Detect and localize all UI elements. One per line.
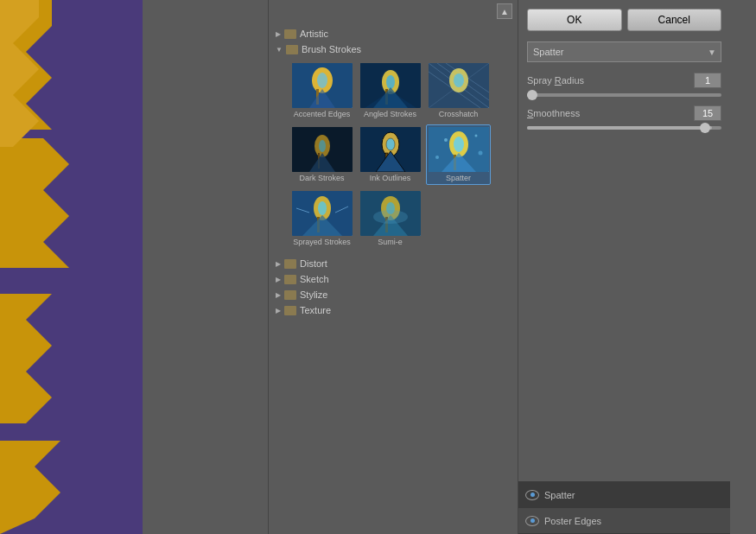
thumb-sprayed-img — [292, 191, 353, 236]
layer-poster-label: Poster Edges — [544, 516, 601, 526]
thumb-label-sprayed: Sprayed Strokes — [293, 238, 351, 246]
smoothness-track[interactable] — [527, 126, 721, 130]
category-artistic[interactable]: ▶ Artistic — [269, 26, 518, 41]
svg-point-37 — [478, 151, 482, 156]
spray-radius-thumb[interactable] — [527, 90, 537, 100]
eye-icon-spatter[interactable] — [525, 490, 539, 500]
thumb-dark-img — [292, 127, 353, 172]
spray-radius-track[interactable] — [527, 93, 721, 97]
folder-icon-brush — [286, 45, 298, 54]
thumb-sumie-img — [360, 191, 421, 236]
arrow-icon: ▶ — [276, 30, 281, 38]
spray-radius-label: Spray Radius — [527, 75, 690, 86]
canvas-preview-area — [0, 0, 268, 534]
brush-strokes-label: Brush Strokes — [302, 44, 361, 54]
thumb-ink-img — [360, 127, 421, 172]
arrow-texture-icon: ▶ — [276, 307, 281, 315]
layers-panel: Spatter Poster Edges — [518, 481, 730, 534]
stylize-label: Stylize — [300, 289, 327, 300]
category-texture[interactable]: ▶ Texture — [269, 302, 518, 318]
ok-button[interactable]: OK — [527, 9, 622, 31]
filter-dark-strokes[interactable]: Dark Strokes — [289, 124, 354, 185]
svg-point-41 — [318, 201, 327, 215]
thumb-label-sumie: Sumi-e — [378, 238, 403, 246]
eye-icon-poster[interactable] — [525, 516, 539, 526]
thumb-label-dark: Dark Strokes — [299, 174, 344, 182]
effect-dropdown[interactable]: Spatter Accented Edges Angled Strokes Cr… — [527, 41, 721, 62]
svg-marker-6 — [0, 0, 39, 147]
layer-spatter-label: Spatter — [544, 490, 575, 500]
folder-icon — [284, 29, 296, 39]
layer-spatter[interactable]: Spatter — [518, 482, 730, 508]
smoothness-fill — [527, 126, 712, 130]
smoothness-value: 15 — [694, 105, 721, 121]
svg-point-25 — [319, 140, 326, 152]
thumb-label-angled: Angled Strokes — [364, 110, 416, 118]
smoothness-slider-row[interactable] — [527, 126, 721, 130]
effect-dropdown-wrapper[interactable]: Spatter Accented Edges Angled Strokes Cr… — [527, 41, 721, 62]
svg-point-33 — [454, 137, 464, 152]
settings-spacer — [518, 264, 730, 482]
thumb-label-crosshatch: Crosshatch — [439, 110, 479, 118]
category-label: Artistic — [300, 29, 328, 39]
spray-radius-row: Spray Radius 1 — [527, 73, 721, 88]
eye-pupil-spatter — [530, 493, 535, 497]
arrow-sketch-icon: ▶ — [276, 276, 281, 283]
thumb-crosshatch-img — [429, 63, 489, 108]
sketch-label: Sketch — [300, 274, 329, 284]
smoothness-row: Smoothness 15 — [527, 105, 721, 121]
arrow-stylize-icon: ▶ — [276, 291, 281, 299]
art-canvas — [0, 0, 143, 534]
filter-angled-strokes[interactable]: Angled Strokes — [358, 60, 422, 121]
cancel-button[interactable]: Cancel — [627, 9, 722, 31]
filter-accented-edges[interactable]: Accented Edges — [289, 60, 354, 121]
svg-point-35 — [444, 138, 448, 142]
filter-list[interactable]: ▶ Artistic ▼ Brush Strokes — [269, 22, 518, 534]
svg-point-29 — [386, 138, 395, 150]
thumb-label-ink: Ink Outlines — [370, 174, 411, 182]
filter-sprayed-strokes[interactable]: Sprayed Strokes — [289, 188, 354, 249]
filter-panel: ▲ ▶ Artistic ▼ Brush Strokes — [268, 0, 518, 534]
smoothness-label: Smoothness — [527, 108, 690, 118]
arrow-down-icon: ▼ — [276, 46, 283, 54]
right-panel: OK Cancel Spatter Accented Edges Angled … — [518, 0, 730, 534]
thumb-angled-img — [360, 63, 421, 108]
folder-icon-texture — [284, 306, 296, 315]
filter-panel-header: ▲ — [269, 0, 518, 22]
folder-icon-stylize — [284, 290, 296, 300]
folder-icon-sketch — [284, 275, 296, 284]
category-brush-strokes[interactable]: ▼ Brush Strokes — [269, 41, 518, 57]
settings-area: Spatter Accented Edges Angled Strokes Cr… — [518, 36, 730, 264]
spray-radius-slider-row[interactable] — [527, 93, 721, 97]
filter-spatter[interactable]: Spatter — [426, 124, 491, 185]
svg-point-38 — [435, 156, 439, 159]
collapse-button[interactable]: ▲ — [497, 3, 512, 19]
smoothness-thumb[interactable] — [700, 123, 710, 133]
layer-poster-edges[interactable]: Poster Edges — [518, 508, 730, 534]
eye-pupil-poster — [530, 518, 535, 523]
filter-thumbnails-grid: Accented Edges Angled Strokes — [269, 57, 518, 252]
svg-point-13 — [386, 75, 395, 89]
category-stylize[interactable]: ▶ Stylize — [269, 287, 518, 302]
filter-ink-outlines[interactable]: Ink Outlines — [358, 124, 422, 185]
svg-point-9 — [317, 73, 327, 88]
thumb-accented-img — [292, 63, 353, 108]
thumb-spatter-img — [429, 127, 489, 172]
distort-label: Distort — [300, 258, 327, 269]
svg-point-49 — [373, 210, 408, 224]
thumb-label-spatter: Spatter — [446, 174, 471, 182]
category-distort[interactable]: ▶ Distort — [269, 256, 518, 271]
texture-label: Texture — [300, 305, 331, 315]
arrow-distort-icon: ▶ — [276, 260, 281, 268]
button-row: OK Cancel — [518, 0, 730, 36]
filter-crosshatch[interactable]: Crosshatch — [426, 60, 491, 121]
folder-icon-distort — [284, 259, 296, 269]
category-sketch[interactable]: ▶ Sketch — [269, 271, 518, 287]
spray-radius-value: 1 — [694, 73, 721, 88]
svg-point-36 — [474, 135, 477, 137]
thumb-label-accented: Accented Edges — [294, 110, 351, 118]
svg-point-17 — [454, 73, 464, 87]
filter-sumi-e[interactable]: Sumi-e — [358, 188, 422, 249]
